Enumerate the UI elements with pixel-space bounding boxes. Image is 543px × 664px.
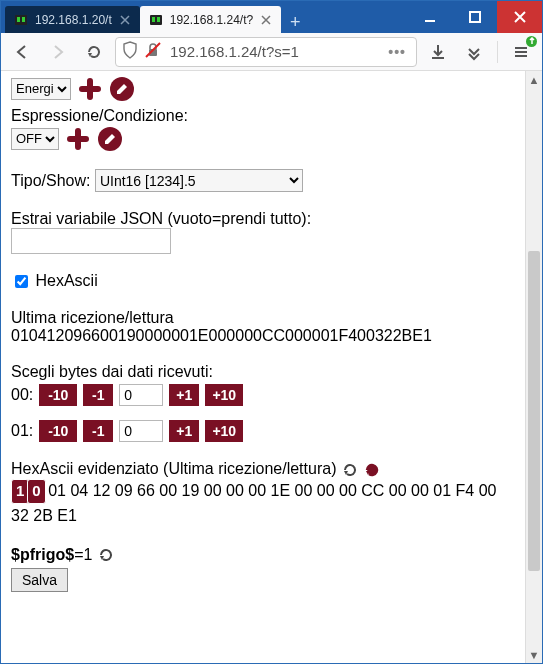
select-off[interactable]: OFF bbox=[11, 128, 59, 150]
svg-rect-3 bbox=[150, 15, 162, 25]
label-json: Estrai variabile JSON (vuoto=prendi tutt… bbox=[11, 210, 515, 228]
tab-label: 192.168.1.24/t? bbox=[170, 13, 253, 27]
toolbar-separator bbox=[497, 41, 498, 63]
nav-forward-button[interactable] bbox=[43, 37, 73, 67]
scroll-down-icon[interactable]: ▼ bbox=[526, 646, 542, 663]
edit-icon[interactable] bbox=[110, 77, 134, 101]
step-m10-button[interactable]: -10 bbox=[39, 384, 77, 406]
json-path-input[interactable] bbox=[11, 228, 171, 254]
label-bytes: Scegli bytes dai dati ricevuti: bbox=[11, 363, 515, 381]
tab-favicon bbox=[148, 12, 164, 28]
save-button[interactable]: Salva bbox=[11, 568, 68, 592]
reload-icon[interactable] bbox=[363, 461, 381, 479]
hexascii-label: HexAscii bbox=[35, 272, 97, 289]
add-icon[interactable] bbox=[63, 127, 93, 151]
tab-close-icon[interactable] bbox=[259, 13, 273, 27]
label-hilite: HexAscii evidenziato (Ultima ricezione/l… bbox=[11, 460, 336, 477]
window-minimize-button[interactable] bbox=[407, 1, 452, 33]
downloads-button[interactable] bbox=[423, 37, 453, 67]
scroll-thumb[interactable] bbox=[528, 251, 540, 571]
hexascii-checkbox[interactable] bbox=[15, 275, 28, 288]
window-titlebar: 192.168.1.20/t 192.168.1.24/t? + bbox=[1, 1, 542, 33]
byte-value-input[interactable] bbox=[119, 384, 163, 406]
step-p1-button[interactable]: +1 bbox=[169, 384, 199, 406]
svg-rect-5 bbox=[157, 17, 160, 22]
step-p10-button[interactable]: +10 bbox=[205, 420, 243, 442]
svg-rect-1 bbox=[17, 17, 20, 22]
new-tab-button[interactable]: + bbox=[281, 12, 309, 33]
step-m10-button[interactable]: -10 bbox=[39, 420, 77, 442]
url-input[interactable] bbox=[168, 42, 378, 61]
app-menu-button[interactable] bbox=[506, 37, 536, 67]
step-p1-button[interactable]: +1 bbox=[169, 420, 199, 442]
tracking-shield-icon[interactable] bbox=[122, 41, 138, 62]
tab-favicon bbox=[13, 12, 29, 28]
byte-row-1: 01: -10 -1 +1 +10 bbox=[11, 420, 515, 442]
byte-row-name: 00: bbox=[11, 386, 33, 404]
window-maximize-button[interactable] bbox=[452, 1, 497, 33]
nav-reload-button[interactable] bbox=[79, 37, 109, 67]
browser-tab-1[interactable]: 192.168.1.24/t? bbox=[140, 6, 281, 33]
label-last-rx: Ultima ricezione/lettura bbox=[11, 309, 515, 327]
result-value: 1 bbox=[83, 546, 92, 563]
byte-value-input[interactable] bbox=[119, 420, 163, 442]
overflow-button[interactable] bbox=[459, 37, 489, 67]
step-m1-button[interactable]: -1 bbox=[83, 420, 113, 442]
step-m1-button[interactable]: -1 bbox=[83, 384, 113, 406]
label-tipo: Tipo/Show: bbox=[11, 172, 90, 189]
hex-mark: 0 bbox=[27, 479, 45, 504]
tab-label: 192.168.1.20/t bbox=[35, 13, 112, 27]
url-bar[interactable]: ••• bbox=[115, 37, 417, 67]
last-rx-value: 010412096600190000001E000000CC000001F400… bbox=[11, 327, 515, 345]
vertical-scrollbar[interactable]: ▲ ▼ bbox=[525, 71, 542, 663]
window-close-button[interactable] bbox=[497, 1, 542, 33]
insecure-lock-icon[interactable] bbox=[144, 41, 162, 62]
svg-rect-4 bbox=[152, 17, 155, 22]
page-actions-button[interactable]: ••• bbox=[384, 44, 410, 60]
byte-row-0: 00: -10 -1 +1 +10 bbox=[11, 384, 515, 406]
select-energi[interactable]: Energi bbox=[11, 78, 71, 100]
label-espressione: Espressione/Condizione: bbox=[11, 107, 515, 125]
window-buttons bbox=[407, 1, 542, 33]
hex-highlight-block: 10 01 04 12 09 66 00 19 00 00 00 1E 00 0… bbox=[11, 479, 515, 528]
tab-strip: 192.168.1.20/t 192.168.1.24/t? + bbox=[1, 1, 407, 33]
edit-icon[interactable] bbox=[98, 127, 122, 151]
reload-icon[interactable] bbox=[341, 461, 359, 479]
nav-back-button[interactable] bbox=[7, 37, 37, 67]
reload-icon[interactable] bbox=[97, 546, 115, 564]
svg-rect-7 bbox=[470, 12, 480, 22]
tab-close-icon[interactable] bbox=[118, 13, 132, 27]
add-icon[interactable] bbox=[75, 77, 105, 101]
browser-tab-0[interactable]: 192.168.1.20/t bbox=[5, 6, 140, 33]
svg-rect-6 bbox=[425, 20, 435, 22]
scroll-up-icon[interactable]: ▲ bbox=[526, 71, 542, 88]
svg-rect-2 bbox=[22, 17, 25, 22]
hex-rest: 01 04 12 09 66 00 19 00 00 00 1E 00 00 0… bbox=[11, 482, 497, 524]
update-badge-icon bbox=[526, 36, 537, 47]
page-content: Energi Espressione/Condizione: OFF bbox=[1, 71, 525, 663]
step-p10-button[interactable]: +10 bbox=[205, 384, 243, 406]
result-var-name: $pfrigo$ bbox=[11, 546, 74, 563]
svg-rect-0 bbox=[15, 15, 27, 25]
byte-row-name: 01: bbox=[11, 422, 33, 440]
select-tipo[interactable]: UInt16 [1234].5 bbox=[95, 169, 303, 192]
browser-toolbar: ••• bbox=[1, 33, 542, 71]
